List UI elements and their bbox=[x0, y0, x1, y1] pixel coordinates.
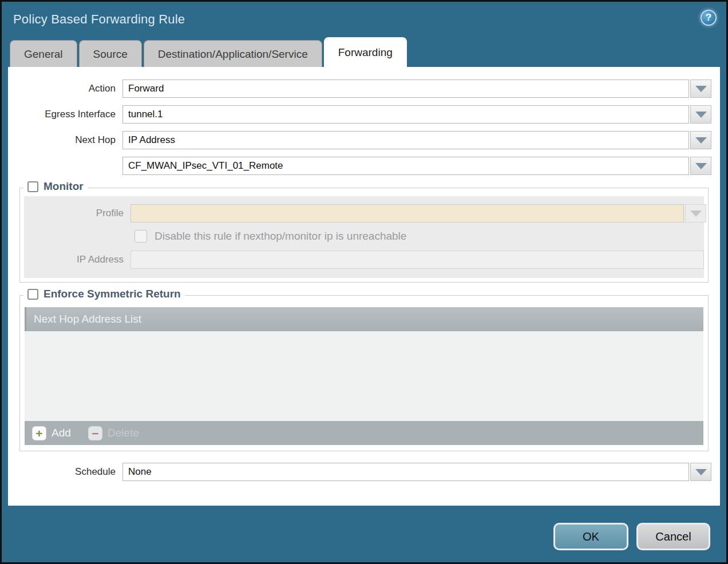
egress-interface-select[interactable]: tunnel.1 bbox=[122, 105, 689, 124]
disable-rule-checkbox-row: Disable this rule if nexthop/monitor ip … bbox=[134, 230, 704, 243]
next-hop-address-list-header: Next Hop Address List bbox=[25, 307, 703, 331]
schedule-dropdown-button[interactable] bbox=[690, 463, 711, 481]
monitor-panel: Profile Disable this rule if nexthop/mon… bbox=[24, 196, 704, 278]
egress-interface-row: Egress Interface tunnel.1 bbox=[8, 105, 720, 124]
schedule-label: Schedule bbox=[8, 466, 122, 478]
delete-button-label: Delete bbox=[108, 427, 139, 439]
disable-rule-checkbox bbox=[134, 230, 147, 243]
schedule-row: Schedule None bbox=[8, 463, 720, 481]
next-hop-address-row: CF_MWAN_IPsec_VTI_01_Remote bbox=[8, 157, 720, 175]
next-hop-address-dropdown-button[interactable] bbox=[690, 157, 711, 175]
next-hop-type-select[interactable]: IP Address bbox=[122, 131, 689, 149]
dialog-titlebar: Policy Based Forwarding Rule ? bbox=[2, 2, 726, 37]
next-hop-row: Next Hop IP Address bbox=[8, 131, 720, 149]
symmetric-return-legend-label: Enforce Symmetric Return bbox=[43, 288, 181, 300]
symmetric-return-checkbox[interactable] bbox=[27, 289, 38, 300]
egress-interface-label: Egress Interface bbox=[8, 109, 122, 120]
symmetric-return-legend: Enforce Symmetric Return bbox=[23, 288, 185, 300]
tab-forwarding[interactable]: Forwarding bbox=[324, 37, 407, 67]
profile-row: Profile bbox=[24, 204, 704, 223]
ok-button[interactable]: OK bbox=[553, 523, 628, 550]
action-select[interactable]: Forward bbox=[122, 80, 689, 98]
help-icon-glyph: ? bbox=[706, 12, 711, 23]
next-hop-address-list-table: Next Hop Address List + Add − Delete bbox=[25, 307, 703, 445]
tab-source[interactable]: Source bbox=[79, 40, 142, 67]
monitor-legend: Monitor bbox=[23, 180, 88, 193]
forwarding-tab-panel: Action Forward Egress Interface tunnel.1… bbox=[8, 67, 720, 506]
tab-destination-application-service[interactable]: Destination/Application/Service bbox=[144, 40, 322, 67]
next-hop-label: Next Hop bbox=[8, 134, 122, 146]
next-hop-address-list-body bbox=[25, 331, 703, 421]
chevron-down-icon bbox=[695, 112, 707, 118]
chevron-down-icon bbox=[695, 163, 707, 169]
plus-icon: + bbox=[32, 426, 46, 440]
action-row: Action Forward bbox=[8, 80, 720, 98]
profile-label: Profile bbox=[24, 208, 130, 219]
monitor-ip-address-input bbox=[130, 251, 704, 269]
schedule-select[interactable]: None bbox=[122, 463, 689, 481]
profile-select bbox=[130, 204, 684, 223]
tab-general[interactable]: General bbox=[10, 40, 77, 67]
dialog-footer-buttons: OK Cancel bbox=[553, 523, 710, 550]
symmetric-return-fieldset: Enforce Symmetric Return Next Hop Addres… bbox=[19, 295, 709, 451]
monitor-fieldset: Monitor Profile Disable this rule if nex… bbox=[19, 188, 709, 283]
chevron-down-icon bbox=[695, 137, 707, 144]
monitor-ip-address-row: IP Address bbox=[24, 251, 704, 269]
disable-rule-checkbox-label: Disable this rule if nexthop/monitor ip … bbox=[155, 230, 406, 243]
tab-bar: General Source Destination/Application/S… bbox=[2, 37, 726, 67]
cancel-button[interactable]: Cancel bbox=[636, 523, 710, 550]
action-dropdown-button[interactable] bbox=[690, 80, 711, 98]
dialog-title: Policy Based Forwarding Rule bbox=[13, 12, 185, 27]
pbf-rule-dialog: { "dialog": { "title": "Policy Based For… bbox=[0, 0, 728, 564]
monitor-checkbox[interactable] bbox=[27, 181, 38, 192]
next-hop-type-dropdown-button[interactable] bbox=[690, 131, 711, 149]
monitor-ip-address-label: IP Address bbox=[24, 254, 130, 265]
next-hop-address-select[interactable]: CF_MWAN_IPsec_VTI_01_Remote bbox=[122, 157, 689, 175]
next-hop-address-list-footer: + Add − Delete bbox=[25, 421, 703, 445]
add-button[interactable]: + Add bbox=[32, 426, 71, 440]
chevron-down-icon bbox=[695, 86, 707, 92]
next-hop-address-list-header-label: Next Hop Address List bbox=[34, 313, 141, 325]
profile-dropdown-button bbox=[685, 204, 706, 223]
add-button-label: Add bbox=[52, 427, 71, 439]
action-label: Action bbox=[8, 83, 122, 94]
chevron-down-icon bbox=[690, 210, 702, 217]
help-icon[interactable]: ? bbox=[701, 10, 717, 26]
monitor-legend-label: Monitor bbox=[43, 180, 84, 193]
chevron-down-icon bbox=[695, 469, 707, 475]
delete-button[interactable]: − Delete bbox=[88, 426, 139, 440]
minus-icon: − bbox=[88, 426, 102, 440]
egress-interface-dropdown-button[interactable] bbox=[690, 105, 711, 124]
